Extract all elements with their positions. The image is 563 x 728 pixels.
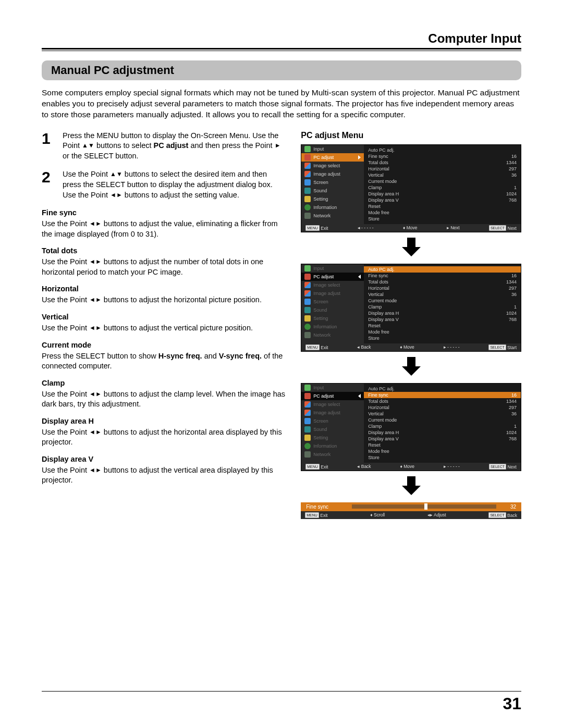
osd-menu-item: PC adjust — [301, 392, 364, 400]
menu-label: Setting — [313, 196, 328, 202]
osd-param-row: Total dots1344 — [368, 159, 517, 166]
osd-menu-item: Setting — [301, 314, 364, 323]
osd-param-row: Reset — [368, 442, 517, 448]
param-title: Display area H — [42, 417, 285, 425]
footer-rule — [42, 691, 521, 692]
left-right-icon: ◄► — [110, 191, 123, 199]
osd-param-name: Mode free — [368, 329, 389, 335]
osd-param-row: Total dots1344 — [368, 398, 517, 404]
osd-param-row: Fine sync16 — [368, 273, 517, 279]
osd-param-name: Store — [368, 336, 380, 341]
osd-menu-item: Network — [301, 450, 364, 459]
osd-menu-item: Information — [301, 323, 364, 331]
osd-param-name: Mode free — [368, 210, 389, 215]
osd-menu-item: Network — [301, 212, 364, 220]
osd-param-value: 16 — [511, 154, 517, 159]
menu-icon — [304, 299, 311, 305]
chevron-left-icon — [358, 394, 361, 398]
menu-icon — [304, 188, 311, 194]
menu-label: Sound — [313, 307, 327, 313]
chevron-left-icon — [358, 275, 361, 279]
osd-param-name: Vertical — [368, 172, 384, 178]
menu-icon — [304, 265, 311, 272]
menu-icon — [304, 315, 311, 322]
left-right-icon: ◄► — [89, 220, 102, 227]
osd-param-name: Current mode — [368, 417, 397, 423]
osd-param-row: Display area V768 — [368, 316, 517, 323]
menu-icon — [304, 332, 311, 338]
left-right-icon: ◄► — [89, 466, 102, 474]
osd-param-value: 16 — [511, 392, 517, 398]
menu-label: Image adjust — [313, 410, 340, 415]
osd-param-name: Total dots — [368, 279, 388, 285]
osd-param-name: Clamp — [368, 304, 382, 310]
right-column-title: PC adjust Menu — [301, 131, 521, 140]
osd-param-row: Current mode — [368, 298, 517, 304]
menu-label: Image select — [313, 282, 340, 288]
osd-param-name: Display area H — [368, 430, 399, 435]
osd-menu-item: Information — [301, 203, 364, 212]
menu-label: Information — [313, 443, 337, 449]
osd-param-name: Reset — [368, 442, 381, 448]
osd-menu-item: Setting — [301, 434, 364, 442]
menu-label: Sound — [313, 427, 327, 432]
osd-param-name: Reset — [368, 204, 381, 209]
osd-param-row: Display area V768 — [368, 436, 517, 442]
osd-param-name: Horizontal — [368, 286, 389, 291]
menu-label: Screen — [313, 180, 328, 185]
osd-menu-item: Network — [301, 331, 364, 339]
osd-param-row: Vertical36 — [368, 291, 517, 298]
osd-menu-item: Image adjust — [301, 409, 364, 417]
param-block: ClampUse the Point ◄► buttons to adjust … — [42, 379, 285, 410]
menu-icon — [304, 146, 311, 152]
osd-menu-item: Information — [301, 442, 364, 450]
header-rule — [42, 48, 521, 51]
osd-param-row: Mode free — [368, 209, 517, 216]
osd-param-value: 1 — [514, 185, 517, 190]
adjust-bar: Fine sync 32 MENU Exit ♦ Scroll ◂▸ Adjus… — [301, 502, 521, 519]
osd-param-name: Display area V — [368, 436, 399, 441]
osd-param-row: Vertical36 — [368, 172, 517, 178]
menu-icon — [304, 213, 311, 219]
osd-param-row: Auto PC adj. — [368, 147, 517, 153]
left-right-icon: ◄► — [89, 324, 102, 331]
osd-param-name: Clamp — [368, 185, 382, 190]
page-header: Computer Input — [42, 31, 521, 48]
menu-label: Screen — [313, 299, 328, 304]
param-title: Total dots — [42, 246, 285, 255]
left-right-icon: ◄► — [89, 390, 102, 398]
osd-param-row: Total dots1344 — [368, 279, 517, 285]
param-body: Use the Point ◄► buttons to adjust the v… — [42, 219, 285, 239]
osd-param-row: Reset — [368, 203, 517, 209]
osd-param-name: Store — [368, 455, 380, 460]
osd-param-value: 1344 — [506, 279, 517, 285]
osd-menu-item: Image select — [301, 162, 364, 170]
param-body: Use the Point ◄► buttons to adjust the v… — [42, 465, 285, 486]
osd-param-name: Current mode — [368, 298, 397, 303]
osd-param-name: Mode free — [368, 449, 389, 454]
menu-icon — [304, 163, 311, 169]
osd-param-value: 768 — [509, 436, 517, 441]
osd-param-name: Total dots — [368, 160, 388, 165]
osd-param-row: Current mode — [368, 417, 517, 423]
osd-param-value: 297 — [509, 286, 517, 291]
osd-param-name: Display area V — [368, 317, 399, 322]
osd-param-row: Current mode — [368, 178, 517, 184]
osd-param-value: 297 — [509, 166, 517, 171]
adjust-track — [352, 504, 496, 509]
menu-label: Setting — [313, 435, 328, 440]
param-title: Current mode — [42, 341, 285, 349]
menu-icon — [304, 385, 311, 391]
osd-param-value: 1024 — [506, 311, 517, 316]
menu-label: Setting — [313, 316, 328, 321]
menu-icon — [304, 204, 311, 211]
osd-menu-item: Screen — [301, 417, 364, 425]
osd-menu-item: PC adjust — [301, 273, 364, 281]
step-text: Press the MENU button to display the On-… — [63, 131, 285, 162]
osd-param-value: 36 — [511, 172, 517, 178]
osd-param-row: Display area H1024 — [368, 310, 517, 316]
osd-menu-item: Image select — [301, 281, 364, 289]
left-right-icon: ◄► — [89, 428, 102, 436]
osd-param-name: Fine sync — [368, 273, 388, 278]
menu-label: Image adjust — [313, 291, 340, 296]
